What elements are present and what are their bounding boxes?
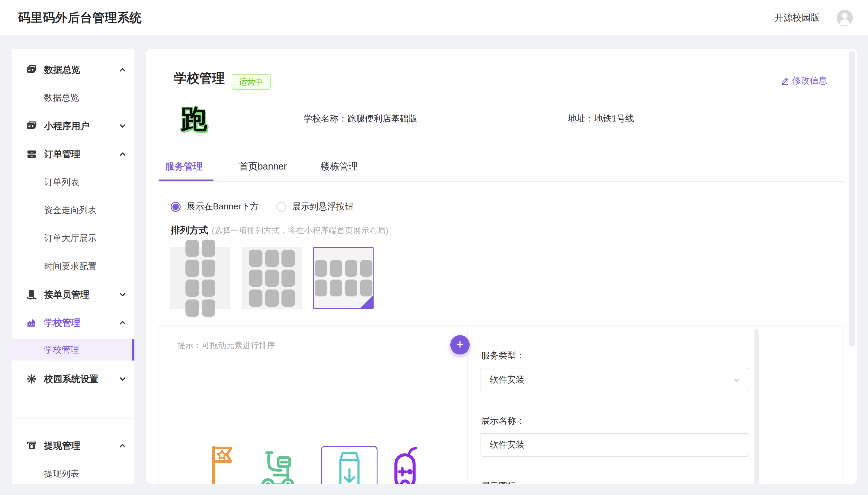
- school-name: 学校名称：跑腿便利店基础版: [303, 113, 418, 125]
- layout-options: [170, 247, 374, 309]
- layout-option-4col-selected[interactable]: [313, 247, 374, 309]
- withdrawal-icon: [26, 441, 37, 451]
- sidebar-item-data-overview[interactable]: 数据总览: [12, 59, 135, 80]
- layout-option-2col[interactable]: [170, 247, 230, 309]
- page-title: 学校管理: [174, 70, 225, 87]
- sidebar-item-label: 数据总览: [44, 64, 80, 76]
- chevron-down-icon: [118, 121, 127, 131]
- sidebar-item-miniprogram-users[interactable]: 小程序用户: [12, 116, 135, 137]
- service-edit-panel: 提示：可拖动元素进行排序 +: [159, 325, 844, 484]
- sidebar-item-label: 资金走向列表: [44, 204, 96, 216]
- edition-label: 开源校园版: [774, 0, 820, 35]
- add-service-button[interactable]: +: [450, 335, 470, 355]
- scooter-icon[interactable]: [260, 448, 296, 484]
- radio-floating-button[interactable]: [276, 202, 286, 212]
- school-management-icon: [26, 318, 37, 328]
- service-type-select[interactable]: 软件安装: [480, 368, 749, 391]
- arrangement-label: 排列方式: [171, 224, 208, 237]
- display-icon-label: 展示图标：: [481, 480, 525, 484]
- chevron-up-icon: [118, 150, 127, 159]
- main-content-card: 学校管理 运营中 修改信息 跑 学校名称：跑腿便利店基础版 地址：地铁1号线 服…: [146, 49, 857, 484]
- sidebar-subitem-school-management[interactable]: 学校管理: [12, 339, 135, 360]
- sidebar-item-label: 学校管理: [44, 317, 80, 329]
- pencil-icon: [781, 76, 790, 85]
- service-icon-list: [159, 444, 467, 484]
- sidebar-item-withdrawal-management[interactable]: 提现管理: [12, 435, 135, 456]
- display-name-input[interactable]: [480, 433, 749, 457]
- box-download-icon[interactable]: [334, 450, 365, 484]
- app-title: 码里码外后台管理系统: [18, 0, 142, 35]
- arrangement-note: (选择一项排列方式，将在小程序端首页展示布局): [212, 225, 388, 236]
- arrangement-row: 排列方式 (选择一项排列方式，将在小程序端首页展示布局): [171, 224, 388, 237]
- sidebar-item-label: 提现管理: [44, 440, 80, 452]
- chevron-down-icon: [732, 376, 741, 385]
- active-tab-underline: [159, 180, 214, 181]
- display-name-label: 展示名称：: [481, 415, 525, 427]
- chevron-up-icon: [118, 318, 127, 327]
- data-overview-icon: [26, 65, 37, 75]
- school-logo: 跑: [181, 104, 211, 134]
- gamepad-icon[interactable]: [390, 446, 420, 484]
- sidebar-item-label: 订单列表: [44, 176, 79, 188]
- top-bar: 码里码外后台管理系统 开源校园版: [0, 0, 868, 35]
- flag-icon[interactable]: [207, 446, 237, 484]
- sidebar-item-label: 数据总览: [44, 92, 79, 104]
- form-panel-scrollbar[interactable]: [755, 329, 759, 484]
- sidebar-subitem-order-hall-display[interactable]: 订单大厅展示: [12, 228, 135, 249]
- radio-label: 展示在Banner下方: [187, 201, 259, 213]
- campus-settings-icon: [26, 374, 37, 384]
- sidebar-item-courier-management[interactable]: 接单员管理: [12, 284, 135, 305]
- sidebar-item-label: 小程序用户: [44, 120, 89, 132]
- radio-label: 展示到悬浮按钮: [293, 201, 354, 213]
- sidebar: 数据总览 数据总览 小程序用户 订单管理 订单列表 资金走向列表 订单大厅展示 …: [12, 49, 135, 484]
- status-badge: 运营中: [232, 74, 271, 90]
- sidebar-item-label: 学校管理: [44, 344, 79, 356]
- display-position-options: 展示在Banner下方 展示到悬浮按钮: [171, 201, 354, 213]
- sidebar-item-order-management[interactable]: 订单管理: [12, 143, 135, 165]
- sidebar-subitem-order-list[interactable]: 订单列表: [12, 172, 135, 193]
- sidebar-item-school-management[interactable]: 学校管理: [12, 312, 135, 333]
- chevron-up-icon: [118, 441, 127, 450]
- sidebar-item-label: 校园系统设置: [44, 373, 99, 385]
- sidebar-subitem-time-requirement-config[interactable]: 时间要求配置: [12, 256, 135, 277]
- tab-service-management[interactable]: 服务管理: [165, 157, 203, 181]
- edit-info-label: 修改信息: [792, 75, 827, 87]
- card-scrollbar[interactable]: [849, 51, 855, 347]
- tab-building-management[interactable]: 楼栋管理: [320, 157, 358, 181]
- sidebar-subitem-withdrawal-list[interactable]: 提现列表: [12, 463, 135, 484]
- drag-hint: 提示：可拖动元素进行排序: [177, 340, 275, 351]
- sidebar-item-label: 订单大厅展示: [44, 233, 96, 244]
- service-type-value: 软件安装: [490, 375, 525, 385]
- sidebar-item-label: 订单管理: [44, 148, 80, 160]
- user-avatar-icon[interactable]: [837, 10, 853, 26]
- radio-banner-below[interactable]: [171, 202, 181, 212]
- tab-home-banner[interactable]: 首页banner: [239, 157, 287, 181]
- sidebar-item-label: 接单员管理: [44, 289, 89, 301]
- sidebar-item-campus-system-settings[interactable]: 校园系统设置: [12, 369, 135, 390]
- sidebar-subitem-fund-flow-list[interactable]: 资金走向列表: [12, 200, 135, 221]
- layout-option-3col[interactable]: [242, 247, 302, 309]
- tab-bar: 服务管理 首页banner 楼栋管理: [159, 157, 844, 182]
- school-address: 地址：地铁1号线: [568, 113, 634, 125]
- chevron-down-icon: [118, 374, 127, 383]
- sidebar-item-label: 时间要求配置: [44, 260, 96, 273]
- sidebar-item-label: 提现列表: [44, 468, 79, 480]
- courier-management-icon: [26, 290, 37, 300]
- service-type-label: 服务类型：: [481, 349, 525, 362]
- mini-program-users-icon: [26, 121, 37, 131]
- chevron-down-icon: [118, 290, 127, 299]
- sidebar-section-divider: [12, 418, 135, 419]
- order-management-icon: [26, 149, 37, 159]
- edit-info-link[interactable]: 修改信息: [781, 75, 827, 87]
- sidebar-subitem-data-overview[interactable]: 数据总览: [12, 87, 135, 108]
- chevron-up-icon: [118, 65, 127, 74]
